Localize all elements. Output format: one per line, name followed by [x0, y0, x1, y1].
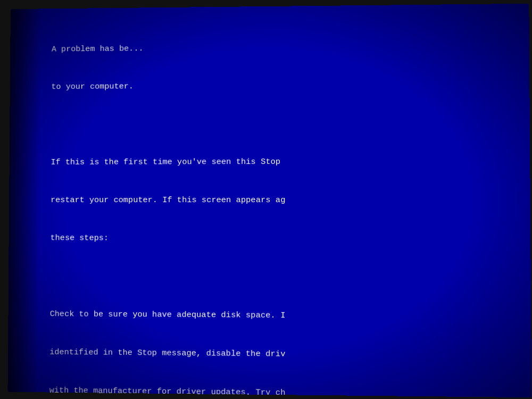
bsod-line-2: to your computer.: [51, 78, 514, 93]
bsod-content: A problem has be... to your computer. If…: [7, 4, 531, 397]
bsod-blank-2: [50, 270, 516, 285]
bsod-line-8: with the manufacturer for driver updates…: [49, 384, 517, 397]
bsod-screen: A problem has be... to your computer. If…: [7, 4, 531, 397]
bsod-line-6: Check to be sure you have adequate disk …: [50, 308, 516, 324]
bsod-line-5: these steps:: [51, 232, 516, 246]
bsod-line-4: restart your computer. If this screen ap…: [51, 194, 515, 206]
bsod-blank-1: [51, 116, 514, 131]
bsod-line-1: A problem has be...: [52, 39, 514, 55]
bsod-line-3: If this is the first time you've seen th…: [51, 155, 514, 169]
bsod-line-7: identified in the Stop message, disable …: [49, 346, 516, 363]
